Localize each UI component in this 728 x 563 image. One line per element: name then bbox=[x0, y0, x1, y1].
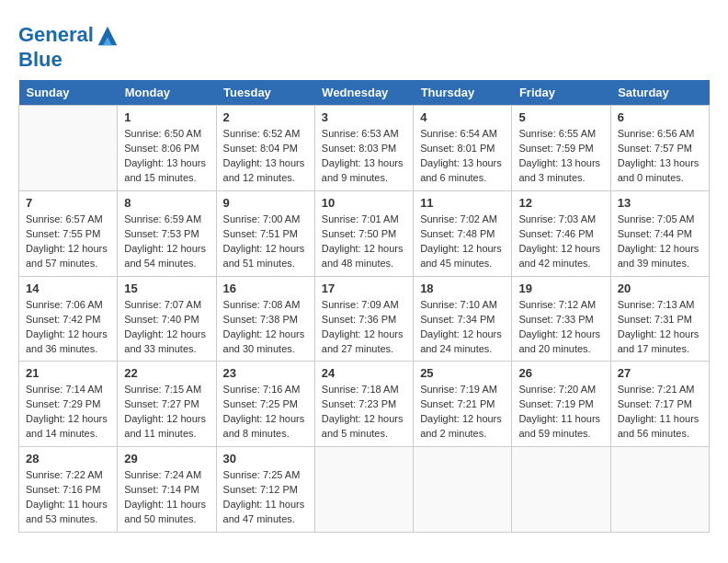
calendar-cell bbox=[512, 447, 610, 533]
day-number: 8 bbox=[124, 196, 209, 210]
day-info: Sunrise: 7:25 AMSunset: 7:12 PMDaylight:… bbox=[223, 468, 308, 527]
day-number: 17 bbox=[322, 282, 406, 295]
calendar-cell: 9Sunrise: 7:00 AMSunset: 7:51 PMDaylight… bbox=[216, 190, 314, 276]
col-header-monday: Monday bbox=[118, 80, 216, 106]
page-header: General Blue bbox=[18, 18, 710, 71]
calendar-cell: 29Sunrise: 7:24 AMSunset: 7:14 PMDayligh… bbox=[118, 447, 216, 533]
calendar-cell: 6Sunrise: 6:56 AMSunset: 7:57 PMDaylight… bbox=[610, 106, 709, 191]
day-number: 18 bbox=[420, 282, 505, 295]
day-number: 27 bbox=[618, 366, 702, 380]
day-number: 3 bbox=[322, 110, 406, 124]
day-number: 16 bbox=[223, 282, 308, 295]
calendar-table: SundayMondayTuesdayWednesdayThursdayFrid… bbox=[18, 80, 710, 533]
day-info: Sunrise: 7:12 AMSunset: 7:33 PMDaylight:… bbox=[518, 298, 603, 357]
calendar-cell: 30Sunrise: 7:25 AMSunset: 7:12 PMDayligh… bbox=[216, 447, 314, 533]
day-info: Sunrise: 7:03 AMSunset: 7:46 PMDaylight:… bbox=[518, 213, 603, 271]
calendar-cell: 21Sunrise: 7:14 AMSunset: 7:29 PMDayligh… bbox=[19, 362, 118, 447]
day-info: Sunrise: 6:52 AMSunset: 8:04 PMDaylight:… bbox=[223, 127, 308, 186]
calendar-cell: 14Sunrise: 7:06 AMSunset: 7:42 PMDayligh… bbox=[19, 276, 118, 362]
calendar-cell: 23Sunrise: 7:16 AMSunset: 7:25 PMDayligh… bbox=[216, 362, 314, 447]
calendar-cell: 16Sunrise: 7:08 AMSunset: 7:38 PMDayligh… bbox=[216, 276, 314, 362]
day-number: 2 bbox=[223, 110, 308, 124]
col-header-saturday: Saturday bbox=[610, 80, 709, 106]
day-info: Sunrise: 7:14 AMSunset: 7:29 PMDaylight:… bbox=[26, 383, 110, 442]
col-header-friday: Friday bbox=[512, 80, 610, 106]
calendar-cell: 15Sunrise: 7:07 AMSunset: 7:40 PMDayligh… bbox=[118, 276, 216, 362]
day-number: 10 bbox=[322, 196, 406, 210]
day-info: Sunrise: 6:54 AMSunset: 8:01 PMDaylight:… bbox=[420, 127, 505, 186]
day-number: 22 bbox=[124, 366, 209, 380]
day-info: Sunrise: 7:19 AMSunset: 7:21 PMDaylight:… bbox=[420, 383, 505, 442]
day-info: Sunrise: 6:53 AMSunset: 8:03 PMDaylight:… bbox=[322, 127, 406, 186]
calendar-cell bbox=[414, 447, 512, 533]
calendar-cell: 22Sunrise: 7:15 AMSunset: 7:27 PMDayligh… bbox=[118, 362, 216, 447]
day-info: Sunrise: 7:06 AMSunset: 7:42 PMDaylight:… bbox=[26, 298, 110, 357]
col-header-tuesday: Tuesday bbox=[216, 80, 314, 106]
day-number: 9 bbox=[223, 196, 308, 210]
calendar-cell: 27Sunrise: 7:21 AMSunset: 7:17 PMDayligh… bbox=[610, 362, 709, 447]
day-info: Sunrise: 6:59 AMSunset: 7:53 PMDaylight:… bbox=[124, 213, 209, 271]
day-number: 30 bbox=[223, 452, 308, 465]
day-info: Sunrise: 7:22 AMSunset: 7:16 PMDaylight:… bbox=[26, 468, 110, 527]
calendar-cell: 11Sunrise: 7:02 AMSunset: 7:48 PMDayligh… bbox=[414, 190, 512, 276]
day-info: Sunrise: 6:50 AMSunset: 8:06 PMDaylight:… bbox=[124, 127, 209, 186]
day-number: 24 bbox=[322, 366, 406, 380]
day-info: Sunrise: 7:18 AMSunset: 7:23 PMDaylight:… bbox=[322, 383, 406, 442]
col-header-sunday: Sunday bbox=[19, 80, 118, 106]
day-number: 11 bbox=[420, 196, 505, 210]
day-number: 25 bbox=[420, 366, 505, 380]
day-number: 19 bbox=[518, 282, 603, 295]
day-info: Sunrise: 7:08 AMSunset: 7:38 PMDaylight:… bbox=[223, 298, 308, 357]
calendar-cell: 17Sunrise: 7:09 AMSunset: 7:36 PMDayligh… bbox=[314, 276, 413, 362]
day-info: Sunrise: 7:00 AMSunset: 7:51 PMDaylight:… bbox=[223, 213, 308, 271]
day-info: Sunrise: 6:55 AMSunset: 7:59 PMDaylight:… bbox=[518, 127, 603, 186]
day-info: Sunrise: 6:57 AMSunset: 7:55 PMDaylight:… bbox=[26, 213, 110, 271]
calendar-cell bbox=[610, 447, 709, 533]
day-number: 28 bbox=[26, 452, 110, 465]
calendar-cell: 25Sunrise: 7:19 AMSunset: 7:21 PMDayligh… bbox=[414, 362, 512, 447]
day-number: 7 bbox=[26, 196, 110, 210]
calendar-cell: 20Sunrise: 7:13 AMSunset: 7:31 PMDayligh… bbox=[610, 276, 709, 362]
calendar-cell: 10Sunrise: 7:01 AMSunset: 7:50 PMDayligh… bbox=[314, 190, 413, 276]
day-info: Sunrise: 7:15 AMSunset: 7:27 PMDaylight:… bbox=[124, 383, 209, 442]
calendar-cell: 7Sunrise: 6:57 AMSunset: 7:55 PMDaylight… bbox=[19, 190, 118, 276]
day-info: Sunrise: 6:56 AMSunset: 7:57 PMDaylight:… bbox=[618, 127, 702, 186]
col-header-thursday: Thursday bbox=[414, 80, 512, 106]
day-info: Sunrise: 7:01 AMSunset: 7:50 PMDaylight:… bbox=[322, 213, 406, 271]
calendar-cell bbox=[19, 106, 118, 191]
calendar-cell: 19Sunrise: 7:12 AMSunset: 7:33 PMDayligh… bbox=[512, 276, 610, 362]
day-info: Sunrise: 7:16 AMSunset: 7:25 PMDaylight:… bbox=[223, 383, 308, 442]
calendar-cell: 8Sunrise: 6:59 AMSunset: 7:53 PMDaylight… bbox=[118, 190, 216, 276]
calendar-cell: 13Sunrise: 7:05 AMSunset: 7:44 PMDayligh… bbox=[610, 190, 709, 276]
calendar-cell: 12Sunrise: 7:03 AMSunset: 7:46 PMDayligh… bbox=[512, 190, 610, 276]
day-info: Sunrise: 7:24 AMSunset: 7:14 PMDaylight:… bbox=[124, 468, 209, 527]
calendar-cell: 28Sunrise: 7:22 AMSunset: 7:16 PMDayligh… bbox=[19, 447, 118, 533]
day-number: 12 bbox=[518, 196, 603, 210]
calendar-cell: 1Sunrise: 6:50 AMSunset: 8:06 PMDaylight… bbox=[118, 106, 216, 191]
day-number: 26 bbox=[518, 366, 603, 380]
calendar-cell: 24Sunrise: 7:18 AMSunset: 7:23 PMDayligh… bbox=[314, 362, 413, 447]
calendar-cell: 4Sunrise: 6:54 AMSunset: 8:01 PMDaylight… bbox=[414, 106, 512, 191]
calendar-cell: 26Sunrise: 7:20 AMSunset: 7:19 PMDayligh… bbox=[512, 362, 610, 447]
day-info: Sunrise: 7:20 AMSunset: 7:19 PMDaylight:… bbox=[518, 383, 603, 442]
calendar-cell: 3Sunrise: 6:53 AMSunset: 8:03 PMDaylight… bbox=[314, 106, 413, 191]
logo: General Blue bbox=[18, 23, 121, 71]
day-number: 6 bbox=[618, 110, 702, 124]
calendar-cell: 5Sunrise: 6:55 AMSunset: 7:59 PMDaylight… bbox=[512, 106, 610, 191]
day-info: Sunrise: 7:02 AMSunset: 7:48 PMDaylight:… bbox=[420, 213, 505, 271]
day-info: Sunrise: 7:09 AMSunset: 7:36 PMDaylight:… bbox=[322, 298, 406, 357]
logo-text: General Blue bbox=[18, 23, 121, 71]
day-number: 15 bbox=[124, 282, 209, 295]
calendar-cell bbox=[314, 447, 413, 533]
day-number: 1 bbox=[124, 110, 209, 124]
day-number: 13 bbox=[618, 196, 702, 210]
calendar-cell: 18Sunrise: 7:10 AMSunset: 7:34 PMDayligh… bbox=[414, 276, 512, 362]
day-number: 29 bbox=[124, 452, 209, 465]
day-info: Sunrise: 7:05 AMSunset: 7:44 PMDaylight:… bbox=[618, 213, 702, 271]
day-number: 23 bbox=[223, 366, 308, 380]
day-number: 5 bbox=[518, 110, 603, 124]
day-number: 4 bbox=[420, 110, 505, 124]
day-info: Sunrise: 7:21 AMSunset: 7:17 PMDaylight:… bbox=[618, 383, 702, 442]
col-header-wednesday: Wednesday bbox=[314, 80, 413, 106]
day-info: Sunrise: 7:10 AMSunset: 7:34 PMDaylight:… bbox=[420, 298, 505, 357]
